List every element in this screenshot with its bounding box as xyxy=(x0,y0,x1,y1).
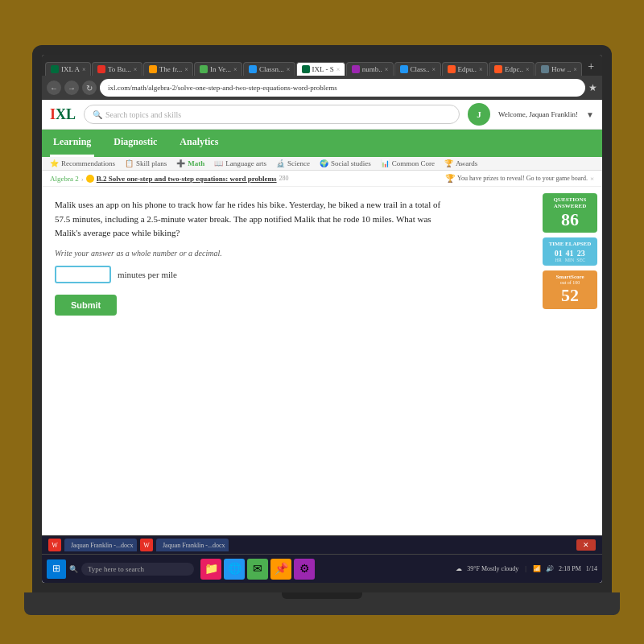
subnav-science[interactable]: 🔬 Science xyxy=(276,159,310,167)
search-placeholder: Search topics and skills xyxy=(105,110,181,119)
taskbar-search-text: Type here to search xyxy=(88,565,144,573)
smartscore-box: SmartScore out of 100 52 xyxy=(543,270,597,309)
answer-input[interactable] xyxy=(55,266,111,283)
search-icon: 🔍 xyxy=(93,110,102,119)
tab-close-icon[interactable]: × xyxy=(432,66,436,73)
tab-tobu[interactable]: To Bu... × xyxy=(92,62,142,76)
tab-close-icon[interactable]: × xyxy=(233,66,237,73)
questions-label: Questions answered xyxy=(546,196,594,210)
taskbar-app-3[interactable]: ✉ xyxy=(247,559,268,580)
forward-button[interactable]: → xyxy=(64,80,79,95)
tab-numb[interactable]: numb.. × xyxy=(346,62,394,76)
tab-close-icon[interactable]: × xyxy=(479,66,483,73)
back-button[interactable]: ← xyxy=(47,80,61,95)
tab-label: Classn... xyxy=(259,65,284,73)
breadcrumb-parent[interactable]: Algebra 2 xyxy=(50,175,79,183)
ixl-page: IXL 🔍 Search topics and skills J Welcome… xyxy=(42,100,602,583)
open-file-2[interactable]: Jaquan Franklin -...docx ∧ xyxy=(156,539,229,551)
star-icon xyxy=(86,175,94,183)
close-app-button[interactable]: ✕ xyxy=(576,539,596,551)
tab-label: Edpc.. xyxy=(505,65,523,73)
taskbar-search[interactable]: Type here to search xyxy=(81,563,194,576)
tab-close-icon[interactable]: × xyxy=(82,66,86,73)
breadcrumb-current: B.2 Solve one-step and two-step equation… xyxy=(97,175,277,183)
subnav-recommendations[interactable]: ⭐ Recommendations xyxy=(50,159,115,167)
tab-classn[interactable]: Classn... × xyxy=(243,62,295,76)
laptop-screen: IXL A × To Bu... × The fr... × xyxy=(32,45,612,592)
tab-favicon xyxy=(302,65,310,73)
subnav-math[interactable]: ➕ Math xyxy=(176,159,204,167)
tab-bar: IXL A × To Bu... × The fr... × xyxy=(42,55,602,76)
volume-icon: 🔊 xyxy=(546,565,554,572)
time-elapsed-box: Time elapsed 01 HR 41 MIN xyxy=(543,237,597,266)
address-input[interactable]: ixl.com/math/algebra-2/solve-one-step-an… xyxy=(100,79,585,97)
question-area: Malik uses an app on his phone to track … xyxy=(42,187,538,535)
laptop-base xyxy=(24,592,620,615)
tab-close-icon[interactable]: × xyxy=(526,66,530,73)
tab-inve[interactable]: In Ve... × xyxy=(194,62,242,76)
refresh-button[interactable]: ↻ xyxy=(82,80,97,95)
taskbar-apps: 📁 🌐 ✉ 📌 ⚙ xyxy=(200,559,315,580)
tab-edpu[interactable]: Edpu.. × xyxy=(442,62,488,76)
welcome-text: Welcome, Jaquan Franklin! xyxy=(498,110,578,118)
avatar: J xyxy=(468,103,490,126)
tab-ixl-a[interactable]: IXL A × xyxy=(45,62,91,76)
nav-learning[interactable]: Learning xyxy=(50,130,94,157)
tab-favicon xyxy=(400,65,408,73)
tab-label: To Bu... xyxy=(108,65,131,73)
subnav-socialstudies[interactable]: 🌍 Social studies xyxy=(320,159,371,167)
taskbar-app-1[interactable]: 📁 xyxy=(200,559,221,580)
time-min: 41 xyxy=(565,249,573,258)
time-min-segment: 41 MIN xyxy=(565,249,575,262)
prize-text: You have prizes to reveal! Go to your ga… xyxy=(457,175,588,182)
time-display: 2:18 PM xyxy=(559,565,581,572)
prize-close-icon[interactable]: × xyxy=(590,175,594,183)
tab-favicon xyxy=(249,65,257,73)
time-hr-segment: 01 HR xyxy=(555,249,563,262)
bookmark-icon[interactable]: ★ xyxy=(588,82,597,94)
ixl-subnav: ⭐ Recommendations 📋 Skill plans ➕ Math 📖… xyxy=(42,157,602,171)
tab-class2[interactable]: Class.. × xyxy=(394,62,441,76)
ixl-logo: IXL xyxy=(50,106,76,123)
questions-answered-box: Questions answered 86 xyxy=(543,193,597,233)
submit-button[interactable]: Submit xyxy=(55,295,117,316)
tab-thefr[interactable]: The fr... × xyxy=(143,62,193,76)
open-file-1[interactable]: Jaquan Franklin -...docx ∧ xyxy=(64,539,137,551)
tab-edpc[interactable]: Edpc.. × xyxy=(489,62,535,76)
problem-number: 280 xyxy=(279,175,289,182)
taskbar-app-2[interactable]: 🌐 xyxy=(224,559,245,580)
tab-close-icon[interactable]: × xyxy=(184,66,188,73)
tab-close-icon[interactable]: × xyxy=(385,66,389,73)
tab-how[interactable]: How .. × xyxy=(535,62,582,76)
tab-ixls[interactable]: IXL - S × xyxy=(296,62,345,76)
ixl-logo-i: I xyxy=(50,106,56,122)
time-sec-segment: 23 SEC xyxy=(576,249,585,262)
taskbar-right: ☁ 39°F Mostly cloudy | 📶 🔊 2:18 PM 1/14 xyxy=(456,565,597,572)
search-box[interactable]: 🔍 Search topics and skills xyxy=(84,105,460,124)
time-sec: 23 xyxy=(577,249,585,258)
tab-label: How .. xyxy=(551,65,571,73)
tab-label: numb.. xyxy=(362,65,382,73)
subnav-awards[interactable]: 🏆 Awards xyxy=(444,159,477,167)
tab-favicon xyxy=(51,65,59,73)
tab-label: IXL A xyxy=(61,65,80,73)
tab-favicon xyxy=(149,65,157,73)
date-display: 1/14 xyxy=(586,565,597,572)
taskbar-app-4[interactable]: 📌 xyxy=(270,559,291,580)
weather-icon: ☁ xyxy=(456,565,462,572)
tab-close-icon[interactable]: × xyxy=(134,66,138,73)
tab-close-icon[interactable]: × xyxy=(287,66,291,73)
subnav-skillplans[interactable]: 📋 Skill plans xyxy=(125,159,167,167)
windows-button[interactable]: ⊞ xyxy=(47,559,66,579)
new-tab-button[interactable]: + xyxy=(583,58,599,76)
nav-diagnostic[interactable]: Diagnostic xyxy=(110,130,160,157)
tab-close-icon[interactable]: × xyxy=(573,66,577,73)
tab-close-icon[interactable]: × xyxy=(336,66,341,73)
subnav-languagearts[interactable]: 📖 Language arts xyxy=(214,159,266,167)
taskbar-app-5[interactable]: ⚙ xyxy=(294,559,315,580)
subnav-commoncore[interactable]: 📊 Common Core xyxy=(381,159,435,167)
user-menu-icon[interactable]: ▼ xyxy=(586,110,594,119)
time-sec-unit: SEC xyxy=(576,258,585,262)
address-bar-row: ← → ↻ ixl.com/math/algebra-2/solve-one-s… xyxy=(42,76,602,100)
nav-analytics[interactable]: Analytics xyxy=(176,130,221,157)
